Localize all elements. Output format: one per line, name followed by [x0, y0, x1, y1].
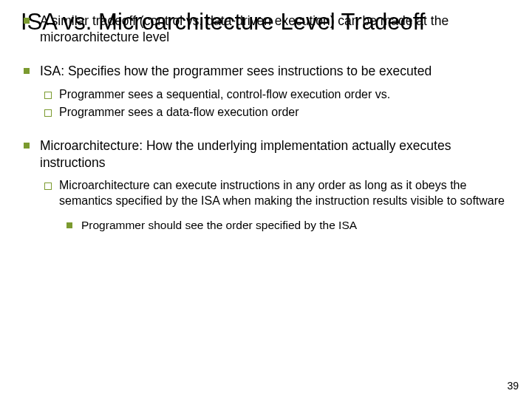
bullet-text: ISA: Specifies how the programmer sees i… [40, 64, 432, 78]
sub-bullet-text: Programmer sees a sequential, control-fl… [59, 88, 390, 100]
bullet-item: Microarchitecture: How the underlying im… [21, 137, 511, 233]
sub-bullet-item: Programmer sees a sequential, control-fl… [40, 87, 511, 103]
sub-bullet-item: Microarchitecture can execute instructio… [40, 178, 511, 233]
bullet-text: A similar tradeoff (control vs. data-dri… [40, 13, 449, 44]
subsub-bullet-item: Programmer should see the order specifie… [59, 218, 511, 233]
subsub-bullet-text: Programmer should see the order specifie… [81, 219, 357, 231]
slide-body: A similar tradeoff (control vs. data-dri… [21, 13, 511, 233]
bullet-item: ISA: Specifies how the programmer sees i… [21, 63, 511, 120]
bullet-item: A similar tradeoff (control vs. data-dri… [21, 13, 511, 46]
sub-bullet-text: Microarchitecture can execute instructio… [59, 179, 505, 207]
sub-bullet-text: Programmer sees a data-flow execution or… [59, 106, 299, 118]
page-number: 39 [507, 380, 519, 392]
bullet-text: Microarchitecture: How the underlying im… [40, 138, 451, 169]
sub-bullet-item: Programmer sees a data-flow execution or… [40, 105, 511, 120]
